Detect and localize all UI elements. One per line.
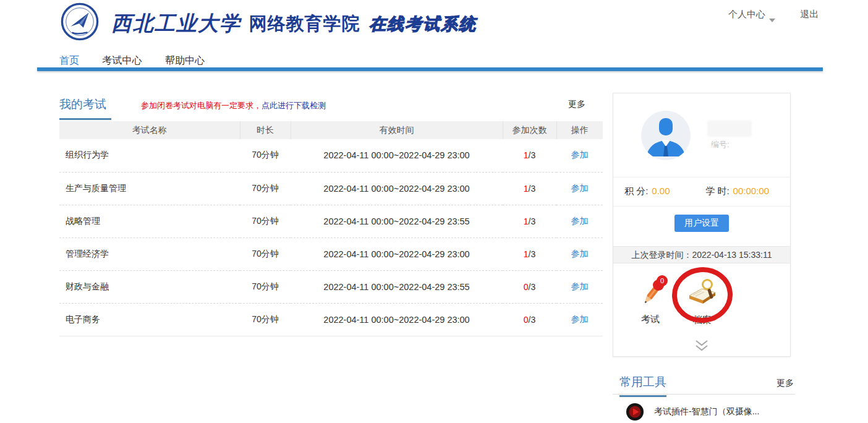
expand-chevron-icon[interactable] xyxy=(692,340,711,352)
tool-item[interactable]: 考试插件-智慧门（双摄像... xyxy=(613,403,795,421)
exam-attempts: 0/3 xyxy=(503,270,556,303)
exam-name: 电子商务 xyxy=(59,303,240,336)
shortcut-archive[interactable]: 档案 xyxy=(680,277,725,326)
my-exams-header: 我的考试 参加闭卷考试对电脑有一定要求，点此进行下载检测 更多 xyxy=(59,93,603,121)
join-exam-link[interactable]: 参加 xyxy=(571,216,589,226)
exam-notice: 参加闭卷考试对电脑有一定要求，点此进行下载检测 xyxy=(141,100,326,111)
attempts-used: 1 xyxy=(524,150,529,160)
exam-name: 组织行为学 xyxy=(59,139,240,172)
exam-name: 财政与金融 xyxy=(59,270,240,303)
col-exam-name: 考试名称 xyxy=(59,121,240,139)
points-value: 0.00 xyxy=(652,186,670,196)
points: 积 分:0.00 xyxy=(624,186,670,197)
profile-card: 编号: 积 分:0.00 学 时:00:00:00 用户设置 上次登录时间：20… xyxy=(613,93,791,357)
top-user-links: 个人中心 退出 xyxy=(728,9,819,20)
join-exam-link[interactable]: 参加 xyxy=(571,183,589,193)
exam-valid-time: 2022-04-11 00:00~2022-04-29 23:00 xyxy=(291,303,503,336)
tools-more-link[interactable]: 更多 xyxy=(777,378,794,389)
shortcut-exam-label: 考试 xyxy=(628,314,673,325)
exam-valid-time: 2022-04-11 00:00~2022-04-29 23:55 xyxy=(291,205,503,237)
join-exam-link[interactable]: 参加 xyxy=(571,150,589,160)
study-hours: 学 时:00:00:00 xyxy=(705,186,769,197)
col-valid-time: 有效时间 xyxy=(291,121,503,139)
brand-college: 网络教育学院 xyxy=(249,14,360,33)
attempts-used: 1 xyxy=(524,184,529,194)
exam-duration: 70分钟 xyxy=(240,172,291,205)
exam-valid-time: 2022-04-11 00:00~2022-04-29 23:00 xyxy=(291,237,503,270)
join-exam-link[interactable]: 参加 xyxy=(571,314,589,324)
attempts-total: /3 xyxy=(529,150,536,160)
attempts-used: 1 xyxy=(524,216,529,226)
table-row: 财政与金融 70分钟 2022-04-11 00:00~2022-04-29 2… xyxy=(59,270,603,303)
person-silhouette-icon xyxy=(641,111,691,160)
university-logo-icon xyxy=(61,2,99,41)
exam-badge-count: 0 xyxy=(657,275,668,286)
nav-item-home[interactable]: 首页 xyxy=(59,55,79,66)
exam-name: 管理经济学 xyxy=(59,237,240,270)
shortcut-exam[interactable]: 0 考试 xyxy=(628,279,673,325)
exam-table-body: 组织行为学 70分钟 2022-04-11 00:00~2022-04-29 2… xyxy=(59,139,603,336)
logout-link[interactable]: 退出 xyxy=(800,9,819,19)
user-settings-button[interactable]: 用户设置 xyxy=(674,215,729,232)
attempts-used: 0 xyxy=(524,282,529,292)
exam-attempts: 1/3 xyxy=(503,205,556,237)
points-row: 积 分:0.00 学 时:00:00:00 xyxy=(613,177,790,206)
tool-item-label: 考试插件-智慧门（双摄像... xyxy=(654,406,759,417)
common-tools-header: 常用工具 更多 xyxy=(613,374,795,395)
table-row: 电子商务 70分钟 2022-04-11 00:00~2022-04-29 23… xyxy=(59,303,603,336)
join-exam-link[interactable]: 参加 xyxy=(571,249,589,258)
notice-warning-text: 参加闭卷考试对电脑有一定要求， xyxy=(141,101,262,110)
hours-value: 00:00:00 xyxy=(733,186,769,196)
shortcut-archive-label: 档案 xyxy=(680,314,725,326)
nav-item-help-center[interactable]: 帮助中心 xyxy=(165,55,205,66)
download-check-link[interactable]: 点此进行下载检测 xyxy=(262,101,326,110)
last-login-bar: 上次登录时间：2022-04-13 15:33:11 xyxy=(613,246,790,263)
site-title: 西北工业大学 网络教育学院 在线考试系统 xyxy=(111,10,477,38)
exam-attempts: 1/3 xyxy=(503,237,556,270)
table-row: 生产与质量管理 70分钟 2022-04-11 00:00~2022-04-29… xyxy=(59,172,603,205)
attempts-total: /3 xyxy=(529,315,536,325)
exam-valid-time: 2022-04-11 00:00~2022-04-29 23:00 xyxy=(291,172,503,205)
exam-name: 战略管理 xyxy=(59,205,240,237)
last-login-label: 上次登录时间： xyxy=(632,250,692,260)
attempts-total: /3 xyxy=(529,282,536,292)
brand-system: 在线考试系统 xyxy=(369,15,477,33)
user-center-link[interactable]: 个人中心 xyxy=(728,9,765,19)
common-tools-section: 常用工具 更多 考试插件-智慧门（双摄像... xyxy=(613,374,795,395)
video-play-icon xyxy=(626,403,644,421)
nav-item-exam-center[interactable]: 考试中心 xyxy=(102,55,142,66)
points-label: 积 分: xyxy=(624,186,648,196)
exam-table-header-row: 考试名称 时长 有效时间 参加次数 操作 xyxy=(59,121,603,139)
divider xyxy=(613,206,790,207)
my-exams-panel: 我的考试 参加闭卷考试对电脑有一定要求，点此进行下载检测 更多 考试名称 时长 … xyxy=(59,93,603,336)
exams-more-link[interactable]: 更多 xyxy=(568,99,585,110)
page: 西北工业大学 网络教育学院 在线考试系统 个人中心 退出 首页 考试中心 帮助中… xyxy=(0,0,868,423)
col-duration: 时长 xyxy=(240,121,291,139)
avatar xyxy=(641,111,691,160)
join-exam-link[interactable]: 参加 xyxy=(571,281,589,291)
attempts-used: 0 xyxy=(524,315,529,325)
exam-attempts: 1/3 xyxy=(503,139,556,172)
chevron-down-icon xyxy=(769,19,775,22)
nav-underline-bar xyxy=(37,67,823,71)
panel-title: 我的考试 xyxy=(59,93,111,120)
exam-duration: 70分钟 xyxy=(240,237,291,270)
exam-duration: 70分钟 xyxy=(240,139,291,172)
exam-valid-time: 2022-04-11 00:00~2022-04-29 23:00 xyxy=(291,139,503,172)
exam-attempts: 0/3 xyxy=(503,303,556,336)
exam-valid-time: 2022-04-11 00:00~2022-04-29 23:55 xyxy=(291,270,503,303)
attempts-total: /3 xyxy=(529,216,536,226)
last-login-value: 2022-04-13 15:33:11 xyxy=(692,250,772,260)
col-action: 操作 xyxy=(556,121,603,139)
attempts-total: /3 xyxy=(529,249,536,259)
user-id-label: 编号: xyxy=(711,139,730,150)
archive-search-icon xyxy=(684,277,720,309)
hours-label: 学 时: xyxy=(705,186,729,196)
brand-university: 西北工业大学 xyxy=(111,11,241,35)
exam-duration: 70分钟 xyxy=(240,270,291,303)
attempts-total: /3 xyxy=(529,184,536,194)
table-row: 管理经济学 70分钟 2022-04-11 00:00~2022-04-29 2… xyxy=(59,237,603,270)
exam-duration: 70分钟 xyxy=(240,303,291,336)
main-nav: 首页 考试中心 帮助中心 xyxy=(59,54,225,67)
exam-name: 生产与质量管理 xyxy=(59,172,240,205)
